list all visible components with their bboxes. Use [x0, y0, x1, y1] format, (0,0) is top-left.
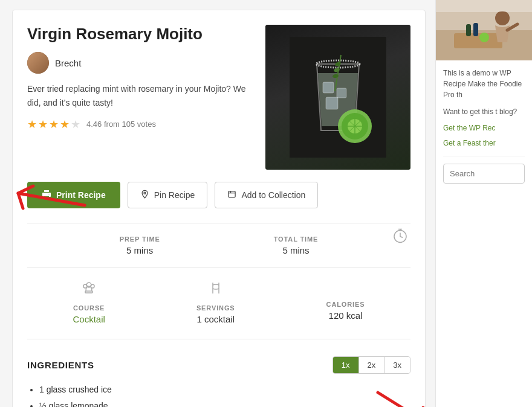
rating-row: ★ ★ ★ ★ ★ 4.46 from 105 votes	[27, 118, 251, 131]
svg-rect-32	[466, 24, 471, 36]
avatar	[27, 52, 49, 74]
sidebar-divider	[443, 156, 525, 156]
multiplier-group: 1x 2x 3x	[332, 356, 410, 374]
multiplier-3x[interactable]: 3x	[384, 357, 410, 373]
ingredients-header: INGREDIENTS 1x 2x 3x	[27, 356, 410, 374]
rating-text: 4.46 from 105 votes	[86, 120, 156, 129]
author-name: Brecht	[55, 58, 81, 68]
divider-1	[27, 223, 410, 223]
svg-rect-33	[473, 23, 478, 36]
sidebar-description-2: Want to get this t blog?	[443, 106, 525, 117]
svg-rect-29	[454, 33, 502, 48]
ingredients-title: INGREDIENTS	[27, 360, 94, 370]
pin-icon	[140, 190, 149, 200]
star-1[interactable]: ★	[27, 118, 37, 131]
sidebar-text-content: This is a demo w WP Recipe Make the Food…	[436, 60, 532, 191]
timer-icon	[392, 226, 409, 246]
multiplier-1x[interactable]: 1x	[333, 357, 359, 373]
svg-rect-35	[436, 0, 532, 12]
divider-2	[27, 268, 410, 268]
recipe-info: Virgin Rosemary Mojito Brecht Ever tried…	[27, 25, 251, 170]
chef-hat-icon	[81, 280, 97, 300]
svg-point-30	[495, 11, 510, 25]
author-row: Brecht	[27, 52, 251, 74]
star-4[interactable]: ★	[60, 118, 70, 131]
servings-icon	[208, 280, 224, 300]
calories-info: CALORIES 120 kcal	[326, 280, 365, 324]
svg-point-34	[479, 33, 489, 42]
course-info: COURSE Cocktail	[73, 280, 105, 324]
svg-rect-21	[85, 291, 92, 293]
time-section: PREP TIME 5 mins TOTAL TIME 5 mins	[27, 236, 410, 255]
recipe-title: Virgin Rosemary Mojito	[27, 25, 251, 43]
print-icon	[42, 190, 51, 201]
svg-rect-17	[229, 191, 235, 197]
prep-time: PREP TIME 5 mins	[120, 236, 160, 255]
print-recipe-button[interactable]: Print Recipe	[27, 182, 120, 208]
main-content: Virgin Rosemary Mojito Brecht Ever tried…	[0, 0, 435, 407]
buttons-row: Print Recipe Pin Recipe	[27, 182, 410, 208]
star-2[interactable]: ★	[38, 118, 48, 131]
sidebar-image	[436, 0, 532, 60]
total-time: TOTAL TIME 5 mins	[274, 236, 319, 255]
search-input[interactable]	[443, 164, 525, 184]
divider-3	[27, 339, 410, 339]
star-3[interactable]: ★	[49, 118, 59, 131]
collection-icon	[227, 190, 236, 200]
ingredients-section: INGREDIENTS 1x 2x 3x 1 glass crushed ice…	[27, 351, 410, 407]
star-rating[interactable]: ★ ★ ★ ★ ★	[27, 118, 80, 131]
svg-rect-15	[326, 97, 338, 109]
multiplier-2x[interactable]: 2x	[359, 357, 385, 373]
recipe-header: Virgin Rosemary Mojito Brecht Ever tried…	[27, 25, 410, 170]
svg-rect-13	[323, 82, 334, 93]
page-wrapper: Virgin Rosemary Mojito Brecht Ever tried…	[0, 0, 532, 407]
meta-section: COURSE Cocktail SERVINGS 1 cocktail	[27, 280, 410, 324]
ingredient-list: 1 glass crushed ice ½ glass lemonade	[27, 383, 410, 407]
add-to-collection-button[interactable]: Add to Collection	[215, 182, 318, 208]
svg-point-16	[144, 192, 146, 194]
pin-recipe-button[interactable]: Pin Recipe	[128, 182, 208, 208]
sidebar-link-2[interactable]: Get a Feast ther	[443, 138, 525, 149]
sidebar-link-1[interactable]: Get the WP Rec	[443, 123, 525, 133]
recipe-card: Virgin Rosemary Mojito Brecht Ever tried…	[12, 10, 426, 407]
svg-rect-14	[337, 88, 346, 98]
servings-info: SERVINGS 1 cocktail	[196, 280, 235, 324]
star-5[interactable]: ★	[71, 118, 80, 131]
sidebar-description-1: This is a demo w WP Recipe Make the Food…	[443, 68, 525, 100]
recipe-description: Ever tried replacing mint with rosemary …	[27, 82, 251, 109]
list-item: ½ glass lemonade	[39, 400, 410, 407]
sidebar: This is a demo w WP Recipe Make the Food…	[435, 0, 532, 407]
recipe-image	[265, 25, 410, 170]
list-item: 1 glass crushed ice	[39, 383, 410, 396]
